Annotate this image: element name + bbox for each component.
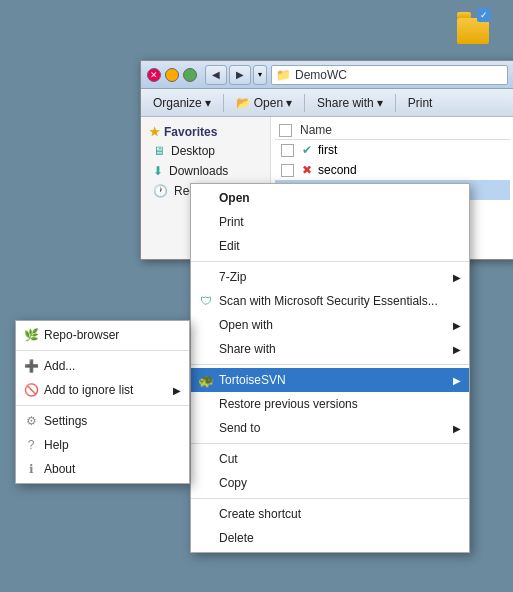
menu-item-delete[interactable]: Delete (191, 526, 469, 550)
send-to-menu-label: Send to (219, 421, 260, 435)
menu-item-7zip[interactable]: 7-Zip ▶ (191, 265, 469, 289)
maximize-button[interactable] (183, 68, 197, 82)
menu-item-cut[interactable]: Cut (191, 447, 469, 471)
copy-menu-label: Copy (219, 476, 247, 490)
scan-icon: 🛡 (197, 293, 215, 309)
back-button[interactable]: ◀ (205, 65, 227, 85)
add-icon: ➕ (22, 358, 40, 374)
open-with-submenu-arrow: ▶ (453, 320, 461, 331)
header-checkbox[interactable] (279, 124, 292, 137)
sub-menu-item-add[interactable]: ➕ Add... (16, 354, 189, 378)
desktop-label: Desktop (171, 144, 215, 158)
open-menu-label: Open (219, 191, 250, 205)
favorites-star-icon: ★ (149, 125, 160, 139)
share-with-menu-label: Share with (219, 342, 276, 356)
check-badge: ✓ (477, 8, 491, 22)
first-file-name: first (318, 143, 337, 157)
second-file-name: second (318, 163, 357, 177)
about-label: About (44, 462, 75, 476)
menu-item-create-shortcut[interactable]: Create shortcut (191, 502, 469, 526)
explorer-titlebar: ✕ ◀ ▶ ▾ 📁 DemoWC (141, 61, 513, 89)
print-menu-label: Print (219, 215, 244, 229)
organize-button[interactable]: Organize ▾ (145, 92, 219, 114)
menu-item-scan[interactable]: 🛡 Scan with Microsoft Security Essential… (191, 289, 469, 313)
open-button[interactable]: 📂 Open ▾ (228, 92, 300, 114)
second-checkbox[interactable] (281, 164, 294, 177)
nav-dropdown-button[interactable]: ▾ (253, 65, 267, 85)
menu-item-copy[interactable]: Copy (191, 471, 469, 495)
menu-item-share-with[interactable]: Share with ▶ (191, 337, 469, 361)
open-dropdown-icon: ▾ (286, 96, 292, 110)
open-label: Open (254, 96, 283, 110)
tortoise-menu-label: TortoiseSVN (219, 373, 286, 387)
help-label: Help (44, 438, 69, 452)
sub-menu-sep-1 (16, 350, 189, 351)
downloads-label: Downloads (169, 164, 228, 178)
about-icon: ℹ (22, 461, 40, 477)
sub-menu-item-about[interactable]: ℹ About (16, 457, 189, 481)
toolbar-separator-2 (304, 94, 305, 112)
7zip-menu-label: 7-Zip (219, 270, 246, 284)
organize-dropdown-icon: ▾ (205, 96, 211, 110)
file-item-second[interactable]: ✖ second (275, 160, 510, 180)
scan-menu-label: Scan with Microsoft Security Essentials.… (219, 294, 438, 308)
sub-menu-sep-2 (16, 405, 189, 406)
close-button[interactable]: ✕ (147, 68, 161, 82)
sub-menu-item-add-ignore[interactable]: 🚫 Add to ignore list ▶ (16, 378, 189, 402)
sub-context-menu: 🌿 Repo-browser ➕ Add... 🚫 Add to ignore … (15, 320, 190, 484)
folder-icon: ✓ (457, 8, 489, 44)
send-to-submenu-arrow: ▶ (453, 423, 461, 434)
file-item-first[interactable]: ✔ first (275, 140, 510, 160)
create-shortcut-label: Create shortcut (219, 507, 301, 521)
downloads-icon: ⬇ (153, 164, 163, 178)
repo-browser-icon: 🌿 (22, 327, 40, 343)
open-icon: 📂 (236, 96, 251, 110)
menu-sep-4 (191, 498, 469, 499)
favorites-label: Favorites (164, 125, 217, 139)
tortoise-icon: 🐢 (197, 372, 215, 388)
desktop: ✓ ✕ ◀ ▶ ▾ 📁 DemoWC Organize ▾ (0, 0, 513, 592)
minimize-button[interactable] (165, 68, 179, 82)
first-file-icon: ✔ (302, 143, 312, 157)
name-column-header: Name (300, 123, 332, 137)
sub-menu-item-help[interactable]: ? Help (16, 433, 189, 457)
add-label: Add... (44, 359, 75, 373)
share-with-submenu-arrow: ▶ (453, 344, 461, 355)
restore-menu-label: Restore previous versions (219, 397, 358, 411)
sidebar-item-desktop[interactable]: 🖥 Desktop (141, 141, 270, 161)
settings-label: Settings (44, 414, 87, 428)
edit-menu-label: Edit (219, 239, 240, 253)
menu-item-open[interactable]: Open (191, 186, 469, 210)
menu-item-edit[interactable]: Edit (191, 234, 469, 258)
menu-item-print[interactable]: Print (191, 210, 469, 234)
forward-button[interactable]: ▶ (229, 65, 251, 85)
explorer-toolbar: Organize ▾ 📂 Open ▾ Share with ▾ Print (141, 89, 513, 117)
help-icon: ? (22, 437, 40, 453)
favorites-header[interactable]: ★ Favorites (141, 123, 270, 141)
delete-menu-label: Delete (219, 531, 254, 545)
settings-icon: ⚙ (22, 413, 40, 429)
file-list-header: Name (275, 121, 510, 140)
menu-sep-1 (191, 261, 469, 262)
address-folder-icon: 📁 (276, 68, 291, 82)
sub-menu-item-repo-browser[interactable]: 🌿 Repo-browser (16, 323, 189, 347)
add-ignore-icon: 🚫 (22, 382, 40, 398)
print-button[interactable]: Print (400, 92, 441, 114)
desktop-file-icon[interactable]: ✓ (449, 8, 497, 44)
share-with-button[interactable]: Share with ▾ (309, 92, 391, 114)
repo-browser-label: Repo-browser (44, 328, 119, 342)
menu-item-restore[interactable]: Restore previous versions (191, 392, 469, 416)
sidebar-item-downloads[interactable]: ⬇ Downloads (141, 161, 270, 181)
organize-label: Organize (153, 96, 202, 110)
share-with-label: Share with (317, 96, 374, 110)
open-with-menu-label: Open with (219, 318, 273, 332)
menu-item-tortoise[interactable]: 🐢 TortoiseSVN ▶ (191, 368, 469, 392)
nav-arrows: ◀ ▶ ▾ (205, 65, 267, 85)
sub-menu-item-settings[interactable]: ⚙ Settings (16, 409, 189, 433)
first-checkbox[interactable] (281, 144, 294, 157)
menu-item-send-to[interactable]: Send to ▶ (191, 416, 469, 440)
toolbar-separator-1 (223, 94, 224, 112)
7zip-submenu-arrow: ▶ (453, 272, 461, 283)
menu-item-open-with[interactable]: Open with ▶ (191, 313, 469, 337)
address-bar[interactable]: 📁 DemoWC (271, 65, 508, 85)
